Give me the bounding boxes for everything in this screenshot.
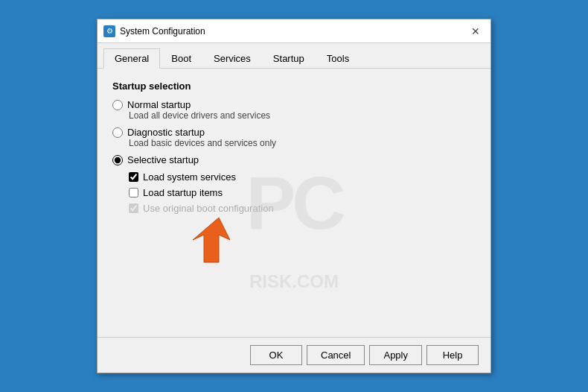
load-system-services-checkbox[interactable]	[129, 172, 138, 182]
window-title: System Configuration	[120, 26, 467, 37]
diagnostic-startup-label[interactable]: Diagnostic startup	[112, 127, 476, 138]
close-button[interactable]: ✕	[467, 22, 485, 40]
tab-content: PC RISK.COM Startup selection Normal sta…	[98, 69, 490, 337]
tab-boot[interactable]: Boot	[160, 48, 202, 69]
tab-services[interactable]: Services	[202, 48, 262, 69]
load-startup-items-checkbox[interactable]	[129, 188, 138, 197]
startup-options: Normal startup Load all device drivers a…	[112, 99, 476, 214]
tab-bar: General Boot Services Startup Tools	[98, 43, 490, 69]
svg-marker-0	[193, 218, 230, 262]
use-boot-config-checkbox[interactable]	[129, 203, 138, 213]
load-system-services-row: Load system services	[129, 171, 476, 183]
normal-startup-option: Normal startup Load all device drivers a…	[112, 99, 476, 121]
selective-startup-label[interactable]: Selective startup	[112, 154, 476, 165]
watermark-sub: RISK.COM	[249, 271, 339, 292]
tab-general[interactable]: General	[103, 48, 160, 69]
arrow-indicator	[178, 214, 230, 268]
load-startup-items-row: Load startup items	[129, 187, 476, 198]
system-config-window: ⚙ System Configuration ✕ General Boot Se…	[97, 19, 491, 373]
normal-startup-radio[interactable]	[112, 100, 123, 110]
footer: OK Cancel Apply Help	[98, 337, 490, 373]
diagnostic-startup-radio[interactable]	[112, 127, 123, 138]
help-button[interactable]: Help	[426, 345, 479, 365]
normal-startup-desc: Load all device drivers and services	[129, 110, 476, 121]
diagnostic-startup-option: Diagnostic startup Load basic devices an…	[112, 127, 476, 148]
title-bar: ⚙ System Configuration ✕	[98, 19, 490, 43]
apply-button[interactable]: Apply	[369, 345, 422, 365]
use-boot-config-row: Use original boot configuration	[129, 203, 476, 214]
selective-startup-radio[interactable]	[112, 155, 123, 165]
tab-startup[interactable]: Startup	[262, 48, 316, 69]
diagnostic-startup-desc: Load basic devices and services only	[129, 138, 476, 148]
normal-startup-label[interactable]: Normal startup	[112, 99, 476, 110]
selective-startup-option: Selective startup Load system services L…	[112, 154, 476, 214]
cancel-button[interactable]: Cancel	[307, 345, 365, 365]
section-title: Startup selection	[112, 80, 476, 92]
ok-button[interactable]: OK	[250, 345, 302, 365]
tab-tools[interactable]: Tools	[316, 48, 360, 69]
window-icon: ⚙	[103, 25, 115, 37]
